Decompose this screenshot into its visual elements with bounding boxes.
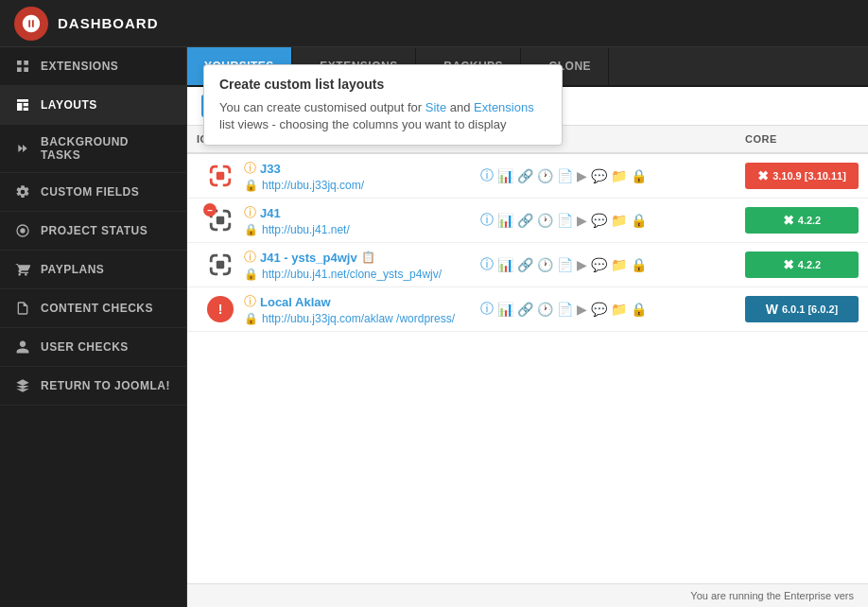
sidebar-item-layouts[interactable]: LAYOUTS [0,86,186,125]
wp-error-icon: ! [207,296,234,322]
play-icon[interactable]: ▶ [577,168,587,183]
link-icon[interactable]: 🔗 [517,168,533,183]
clock-icon[interactable]: 🕐 [537,257,553,272]
sidebar-item-user-checks[interactable]: USER CHECKS [0,328,186,367]
link-icon[interactable]: 🔗 [517,302,533,317]
site-icon-cell: – [197,207,244,234]
play-icon[interactable]: ▶ [577,257,587,272]
stats-icon[interactable]: 📊 [497,302,513,317]
info-icon[interactable]: ⓘ [480,301,494,318]
folder-icon[interactable]: 📁 [611,257,627,272]
info-icon[interactable]: ⓘ [480,256,494,273]
clock-icon[interactable]: 🕐 [537,168,553,183]
sidebar-item-custom-fields[interactable]: CUSTOM FIELDS [0,173,186,212]
chat-icon[interactable]: 💬 [591,168,607,183]
doc-icon[interactable]: 📄 [557,168,573,183]
stats-icon[interactable]: 📊 [497,168,513,183]
site-name-cell: ⓘ Local Aklaw 🔒 http://ubu.j33jq.com/akl… [244,293,480,325]
doc-icon[interactable]: 📄 [557,302,573,317]
wp-icon-wrap: ! [207,296,234,322]
sidebar-item-extensions[interactable]: EXTENSIONS [0,47,186,86]
sidebar-item-content-checks[interactable]: CONTENT CHECKS [0,289,186,328]
status-bar: You are running the Enterprise vers [187,583,868,607]
core-cell: ✖ 3.10.9 [3.10.11] [745,163,859,189]
chat-icon[interactable]: 💬 [591,257,607,272]
info-cell: ⓘ 📊 🔗 🕐 📄 ▶ 💬 📁 🔒 [480,301,745,318]
lock2-icon[interactable]: 🔒 [631,168,647,183]
clock-icon[interactable]: 🕐 [537,213,553,228]
site-name-cell: ⓘ J41 🔒 http://ubu.j41.net/ [244,204,480,236]
tooltip-link-extensions[interactable]: Extensions [474,100,534,114]
info-icon[interactable]: ⓘ [480,212,494,229]
link-icon[interactable]: 🔗 [517,213,533,228]
site-name[interactable]: J33 [260,162,281,176]
svg-rect-6 [217,172,224,180]
warning-icon: ⓘ [244,249,256,266]
lock-icon: 🔒 [244,179,258,192]
table-row: ⓘ J33 🔒 http://ubu.j33jq.com/ ⓘ 📊 🔗 🕐 📄 … [187,154,868,199]
red-dot-icon: – [203,203,217,217]
svg-rect-3 [24,67,28,72]
site-name[interactable]: J41 - ysts_p4wjv [260,251,357,265]
info-cell: ⓘ 📊 🔗 🕐 📄 ▶ 💬 📁 🔒 [480,256,745,273]
doc-icon[interactable]: 📄 [557,213,573,228]
sidebar-label-background-tasks: BACKGROUND TASKS [41,135,172,162]
link-icon[interactable]: 🔗 [517,257,533,272]
sidebar-item-return-joomla[interactable]: RETURN TO JOOMLA! [0,367,186,406]
sidebar-label-user-checks: USER CHECKS [41,340,129,354]
sidebar-item-background-tasks[interactable]: BACKGROUND TASKS [0,125,186,173]
lock2-icon[interactable]: 🔒 [631,302,647,317]
stats-icon[interactable]: 📊 [497,213,513,228]
site-icon-cell [197,163,244,189]
header-title: DASHBOARD [58,15,159,31]
chat-icon[interactable]: 💬 [591,213,607,228]
table-row: ! ⓘ Local Aklaw 🔒 http://ubu.j33jq.com/a… [187,287,868,332]
joomla-core-icon: ✖ [783,257,794,272]
core-cell: ✖ 4.2.2 [745,251,859,278]
lock2-icon[interactable]: 🔒 [631,213,647,228]
user-icon [14,338,31,356]
site-url[interactable]: http://ubu.j41.net/ [262,223,350,236]
site-icon-cell [197,251,244,278]
sidebar-label-custom-fields: CUSTOM FIELDS [41,185,139,199]
sidebar: EXTENSIONS LAYOUTS BACKGROUND TASKS CUST… [0,47,187,607]
site-url[interactable]: http://ubu.j33jq.com/aklaw /wordpress/ [262,312,455,325]
lock-icon: 🔒 [244,312,258,325]
info-icon[interactable]: ⓘ [480,167,494,184]
joomla-logo-icon [207,163,234,189]
logo [14,7,48,41]
core-cell: ✖ 4.2.2 [745,207,859,234]
sidebar-item-payplans[interactable]: PAYPLANS [0,251,186,289]
doc-icon [14,300,31,317]
lock-icon: 🔒 [244,268,258,281]
clock-icon[interactable]: 🕐 [537,302,553,317]
sites-table: ICON SITE NAME / WEBSITE URL ▲ INFO CORE [187,126,868,583]
site-name[interactable]: J41 [260,206,281,220]
sidebar-item-project-status[interactable]: PROJECT STATUS [0,212,186,251]
site-url[interactable]: http://ubu.j41.net/clone_ysts_p4wjv/ [262,268,442,281]
warning-icon: ⓘ [244,293,256,310]
lock2-icon[interactable]: 🔒 [631,257,647,272]
table-row: ⓘ J41 - ysts_p4wjv 📋 🔒 http://ubu.j41.ne… [187,243,868,287]
folder-icon[interactable]: 📁 [611,302,627,317]
site-icon-cell: ! [197,296,244,322]
wp-core-icon: W [766,302,778,317]
chat-icon[interactable]: 💬 [591,302,607,317]
stats-icon[interactable]: 📊 [497,257,513,272]
doc-icon[interactable]: 📄 [557,257,573,272]
tooltip-link-site[interactable]: Site [425,100,446,114]
play-icon[interactable]: ▶ [577,213,587,228]
play-icon[interactable]: ▶ [577,302,587,317]
joomla-core-icon: ✖ [783,213,794,228]
folder-icon[interactable]: 📁 [611,168,627,183]
info-cell: ⓘ 📊 🔗 🕐 📄 ▶ 💬 📁 🔒 [480,212,745,229]
folder-icon[interactable]: 📁 [611,213,627,228]
tooltip-popup: Create custom list layouts You can creat… [203,64,563,146]
cart-icon [14,261,31,278]
warning-icon: ⓘ [244,204,256,221]
site-name[interactable]: Local Aklaw [260,295,331,309]
layout-icon [14,96,31,113]
site-url[interactable]: http://ubu.j33jq.com/ [262,179,364,192]
sidebar-label-layouts: LAYOUTS [41,98,97,112]
joomla-core-icon: ✖ [757,168,769,183]
